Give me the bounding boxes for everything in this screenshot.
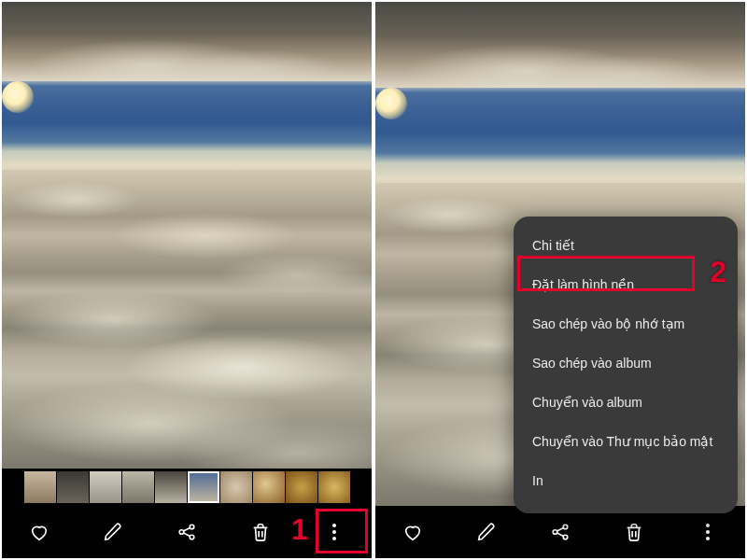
menu-item-move-album[interactable]: Chuyển vào album (514, 383, 738, 422)
thumbnail[interactable] (286, 471, 317, 503)
pencil-icon (103, 522, 123, 542)
bottom-toolbar (375, 506, 745, 558)
svg-point-2 (190, 535, 194, 539)
screen-right: Chi tiết Đặt làm hình nền Sao chép vào b… (375, 2, 745, 558)
photo-sun (375, 88, 407, 119)
thumbnail[interactable] (57, 471, 89, 503)
more-vertical-icon (706, 524, 710, 540)
menu-item-copy-album[interactable]: Sao chép vào album (514, 343, 738, 383)
photo-clouds-top (2, 2, 372, 81)
share-icon (550, 522, 571, 542)
edit-button[interactable] (92, 511, 134, 553)
bottom-toolbar (2, 506, 372, 558)
more-vertical-icon (332, 524, 336, 540)
thumbnail[interactable] (220, 471, 252, 503)
edit-button[interactable] (466, 511, 507, 553)
svg-point-0 (179, 530, 184, 535)
thumbnail[interactable] (90, 471, 121, 503)
more-button[interactable] (687, 511, 728, 553)
menu-item-print[interactable]: In (514, 461, 738, 500)
trash-icon (624, 522, 644, 542)
svg-point-5 (563, 535, 568, 539)
heart-icon (29, 522, 49, 542)
menu-item-copy-clipboard[interactable]: Sao chép vào bộ nhớ tạm (514, 304, 738, 343)
thumbnail[interactable] (24, 471, 56, 503)
favorite-button[interactable] (19, 511, 60, 553)
delete-button[interactable] (613, 511, 655, 553)
photo-viewport[interactable] (2, 2, 372, 469)
photo-clouds-top (375, 2, 745, 88)
share-button[interactable] (540, 511, 581, 553)
thumbnail[interactable] (253, 471, 285, 503)
share-icon (176, 522, 197, 542)
thumbnail[interactable] (122, 471, 154, 503)
photo-sun (2, 81, 34, 113)
delete-button[interactable] (240, 511, 281, 553)
thumbnail-strip[interactable] (2, 469, 372, 506)
more-button[interactable] (314, 511, 355, 553)
context-menu: Chi tiết Đặt làm hình nền Sao chép vào b… (514, 217, 738, 513)
trash-icon (250, 522, 271, 542)
menu-item-move-secure[interactable]: Chuyển vào Thư mục bảo mật (514, 422, 738, 461)
heart-icon (402, 522, 423, 542)
menu-item-set-wallpaper[interactable]: Đặt làm hình nền (514, 265, 738, 304)
svg-point-1 (190, 525, 194, 529)
menu-item-details[interactable]: Chi tiết (514, 226, 738, 265)
favorite-button[interactable] (392, 511, 433, 553)
thumbnail[interactable] (155, 471, 187, 503)
svg-point-3 (553, 530, 557, 535)
svg-point-4 (563, 525, 568, 529)
share-button[interactable] (166, 511, 207, 553)
photo-clouds-sea (2, 170, 372, 469)
thumbnail[interactable] (318, 471, 350, 503)
pencil-icon (476, 522, 497, 542)
thumbnail-selected[interactable] (188, 471, 219, 503)
screen-left: 1 (2, 2, 372, 558)
